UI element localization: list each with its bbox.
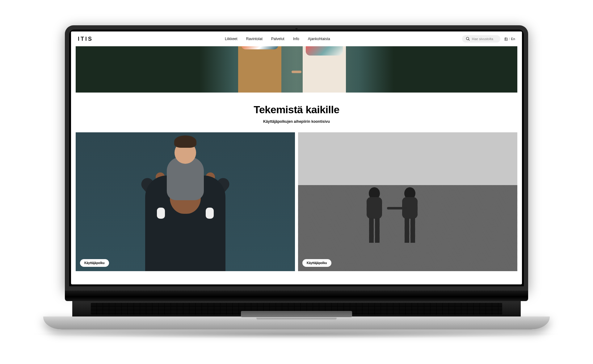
nav-link-palvelut[interactable]: Palvelut	[271, 37, 284, 41]
card-2-illustration	[387, 207, 407, 209]
search-box[interactable]	[462, 35, 500, 43]
language-switcher: Fi / En	[505, 37, 515, 41]
lang-en[interactable]: En	[511, 37, 515, 41]
card-1-illustration	[206, 208, 214, 219]
nav-link-liikkeet[interactable]: Liikkeet	[225, 37, 238, 41]
card-2[interactable]: Käyttäjäpolku	[298, 132, 517, 271]
site-logo[interactable]: ITIS	[78, 36, 93, 42]
laptop-hinge	[65, 291, 528, 301]
card-2-tag[interactable]: Käyttäjäpolku	[302, 259, 331, 267]
hero-figure-right	[303, 46, 346, 93]
cards-grid: Käyttäjäpolku Käyttäjäpolku	[71, 132, 522, 271]
webcam-dot	[295, 28, 298, 31]
page-title: Tekemistä kaikille	[76, 104, 517, 116]
hero-figure-left	[238, 46, 281, 93]
card-1-tag[interactable]: Käyttäjäpolku	[80, 259, 109, 267]
hero-hands	[292, 71, 301, 73]
card-2-illustration	[364, 182, 385, 243]
svg-line-1	[468, 39, 469, 41]
page-subtitle: Käyttäjäpolkujen aihepiirin koontisivu	[76, 119, 517, 124]
nav-link-ajankohtaista[interactable]: Ajankohtaista	[308, 37, 330, 41]
card-1-illustration	[167, 157, 204, 200]
laptop-mockup: ITIS Liikkeet Ravintolat Palvelut Info A…	[65, 25, 528, 339]
laptop-shadow	[28, 329, 565, 339]
lang-fi[interactable]: Fi	[505, 37, 508, 41]
laptop-base	[43, 316, 550, 329]
card-1-illustration	[157, 208, 165, 219]
search-icon	[466, 37, 470, 41]
hero-image	[76, 46, 517, 93]
search-input[interactable]	[472, 37, 497, 41]
card-1[interactable]: Käyttäjäpolku	[76, 132, 295, 271]
main-nav: Liikkeet Ravintolat Palvelut Info Ajanko…	[225, 37, 330, 41]
laptop-bezel: ITIS Liikkeet Ravintolat Palvelut Info A…	[65, 25, 528, 291]
laptop-trackpad	[241, 311, 352, 317]
nav-link-ravintolat[interactable]: Ravintolat	[246, 37, 263, 41]
nav-link-info[interactable]: Info	[293, 37, 299, 41]
card-2-illustration	[399, 182, 421, 243]
laptop-screen: ITIS Liikkeet Ravintolat Palvelut Info A…	[69, 30, 524, 286]
lang-sep: /	[509, 37, 510, 41]
svg-point-0	[466, 37, 469, 40]
header-right: Fi / En	[462, 35, 515, 43]
site-header: ITIS Liikkeet Ravintolat Palvelut Info A…	[71, 31, 522, 46]
webpage-viewport: ITIS Liikkeet Ravintolat Palvelut Info A…	[71, 31, 522, 284]
title-section: Tekemistä kaikille Käyttäjäpolkujen aihe…	[71, 93, 522, 132]
hero-banner	[76, 46, 517, 93]
